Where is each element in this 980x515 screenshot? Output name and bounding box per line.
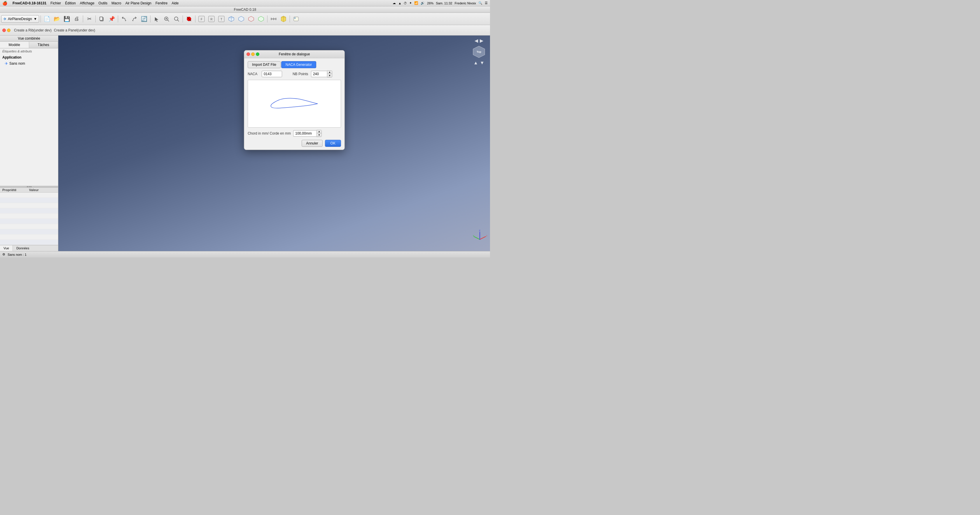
minimize-traffic-light[interactable] bbox=[7, 29, 11, 32]
cut-btn[interactable]: ✂ bbox=[84, 14, 94, 24]
nav-arrow-down[interactable]: ▼ bbox=[480, 60, 484, 65]
chord-row: Chord in mm/ Corde en mm ▲ ▼ bbox=[248, 130, 341, 137]
prop-row-2 bbox=[0, 198, 58, 203]
vue-tab[interactable]: Vue bbox=[0, 245, 13, 251]
workbench-selector[interactable]: ✈ AirPlaneDesign ▼ bbox=[1, 15, 39, 23]
menu-outils[interactable]: Outils bbox=[99, 1, 108, 5]
menu-edition[interactable]: Édition bbox=[65, 1, 76, 5]
triangle-icon: ▲ bbox=[398, 2, 401, 5]
tab-naca[interactable]: NACA Generator bbox=[281, 61, 316, 68]
back-view-btn[interactable] bbox=[256, 14, 266, 24]
copy-btn[interactable] bbox=[97, 14, 107, 24]
chord-input[interactable] bbox=[293, 130, 317, 136]
tab-model[interactable]: Modèle bbox=[0, 42, 29, 48]
chord-up[interactable]: ▲ bbox=[317, 130, 321, 133]
prop-row-6 bbox=[0, 219, 58, 224]
axis-indicator: X Y Z bbox=[473, 228, 487, 242]
tab-tasks[interactable]: Tâches bbox=[29, 42, 58, 48]
username: Frederic Nivoix bbox=[455, 2, 476, 5]
cancel-button[interactable]: Annuler bbox=[302, 140, 322, 147]
bottom-view-btn[interactable] bbox=[247, 14, 256, 24]
create-rib-btn[interactable]: Create a Rib(under dev) bbox=[14, 28, 52, 32]
box-btn[interactable] bbox=[279, 14, 288, 24]
toolbar-sep-6 bbox=[183, 16, 183, 22]
airfoil-preview bbox=[248, 80, 341, 128]
menu-airplane[interactable]: Air Plane Design bbox=[126, 1, 151, 5]
resize-dot bbox=[27, 186, 28, 187]
naca-input[interactable] bbox=[262, 71, 282, 77]
toolbar-sep-8 bbox=[267, 16, 267, 22]
cursor-btn[interactable] bbox=[152, 14, 161, 24]
dialog-content: Import DAT File NACA Generator NACA NB P… bbox=[244, 58, 344, 150]
resize-dot-2 bbox=[29, 186, 30, 187]
menu-fichier[interactable]: Fichier bbox=[51, 1, 61, 5]
paste-btn[interactable]: 📌 bbox=[107, 14, 116, 24]
dialog-minimize[interactable] bbox=[251, 52, 255, 56]
status-text: Sans nom : 1 bbox=[8, 253, 27, 256]
nb-points-up[interactable]: ▲ bbox=[327, 71, 332, 74]
workbench-icon: ✈ bbox=[3, 17, 7, 21]
dialog-titlebar: Fenêtre de dialogue bbox=[244, 51, 344, 58]
nb-points-down[interactable]: ▼ bbox=[327, 74, 332, 77]
left-view-btn[interactable] bbox=[237, 14, 246, 24]
svg-text:Y: Y bbox=[473, 235, 474, 237]
menu-aide[interactable]: Aide bbox=[172, 1, 178, 5]
search-icon[interactable]: 🔍 bbox=[478, 1, 482, 5]
apple-menu[interactable]: 🍎 bbox=[2, 1, 7, 6]
refresh-btn[interactable]: 🔄 bbox=[139, 14, 149, 24]
toolbar-sep-5 bbox=[150, 16, 151, 22]
nav-arrow-up[interactable]: ▲ bbox=[473, 60, 478, 65]
item-icon: ✈ bbox=[5, 61, 8, 66]
close-traffic-light[interactable] bbox=[2, 29, 6, 32]
measure-btn[interactable] bbox=[269, 14, 278, 24]
open-btn[interactable]: 📂 bbox=[52, 14, 62, 24]
panel-item-sans-nom[interactable]: ✈ Sans nom bbox=[0, 60, 58, 67]
statusbar: ⚙ Sans nom : 1 bbox=[0, 251, 490, 258]
nav-arrow-left[interactable]: ◀ bbox=[474, 38, 478, 43]
wifi-icon: 📶 bbox=[414, 1, 418, 5]
menu-affichage[interactable]: Affichage bbox=[80, 1, 94, 5]
svg-text:Z: Z bbox=[479, 229, 480, 232]
dialog-title: Fenêtre de dialogue bbox=[279, 52, 310, 56]
item-label: Sans nom bbox=[10, 62, 25, 65]
viewport[interactable]: ◀ ▶ Top ▲ ▼ X Y Z bbox=[58, 36, 490, 251]
print-btn[interactable]: 🖨 bbox=[72, 14, 81, 24]
menu-fenetre[interactable]: Fenêtre bbox=[156, 1, 167, 5]
tree-btn[interactable] bbox=[291, 14, 301, 24]
toolbar-sep-7 bbox=[195, 16, 196, 22]
dialog: Fenêtre de dialogue Import DAT File NACA… bbox=[244, 50, 345, 150]
zoom-fit-btn[interactable] bbox=[162, 14, 171, 24]
create-panel-btn[interactable]: Create a Panel(under dev) bbox=[54, 28, 95, 32]
panel-header: Vue combinée bbox=[0, 36, 58, 42]
svg-text:Top: Top bbox=[477, 51, 481, 53]
menubar: 🍎 FreeCAD-0.18-16131 Fichier Édition Aff… bbox=[0, 0, 490, 6]
undo-btn[interactable] bbox=[119, 14, 129, 24]
toolbar-sep-2 bbox=[83, 16, 83, 22]
traffic-lights bbox=[2, 29, 11, 32]
control-center-icon[interactable]: ☰ bbox=[485, 1, 488, 5]
save-btn[interactable]: 💾 bbox=[62, 14, 72, 24]
front-view-btn[interactable]: F bbox=[197, 14, 206, 24]
right-view-btn[interactable]: R bbox=[207, 14, 216, 24]
zoom-window-btn[interactable] bbox=[172, 14, 181, 24]
new-btn[interactable]: 📄 bbox=[42, 14, 52, 24]
prop-row-7 bbox=[0, 224, 58, 229]
donnees-tab[interactable]: Données bbox=[13, 245, 33, 251]
chord-down[interactable]: ▼ bbox=[317, 133, 321, 136]
nb-points-input[interactable] bbox=[311, 71, 327, 77]
dialog-close[interactable] bbox=[247, 52, 250, 56]
cube-container: Top bbox=[472, 44, 486, 59]
redo-btn[interactable] bbox=[129, 14, 139, 24]
svg-rect-29 bbox=[294, 17, 296, 19]
val-col: Valeur bbox=[29, 188, 56, 192]
top-view-btn[interactable]: T bbox=[217, 14, 226, 24]
dialog-maximize[interactable] bbox=[256, 52, 259, 56]
draw-style-btn[interactable] bbox=[185, 14, 194, 24]
naca-label: NACA bbox=[248, 72, 259, 76]
menu-macro[interactable]: Macro bbox=[111, 1, 121, 5]
ok-button[interactable]: OK bbox=[325, 140, 341, 147]
nav-cube[interactable]: ◀ ▶ Top ▲ ▼ bbox=[470, 38, 488, 61]
tab-import[interactable]: Import DAT File bbox=[248, 61, 281, 68]
iso-view-btn[interactable] bbox=[227, 14, 236, 24]
nav-arrow-right[interactable]: ▶ bbox=[480, 38, 483, 43]
